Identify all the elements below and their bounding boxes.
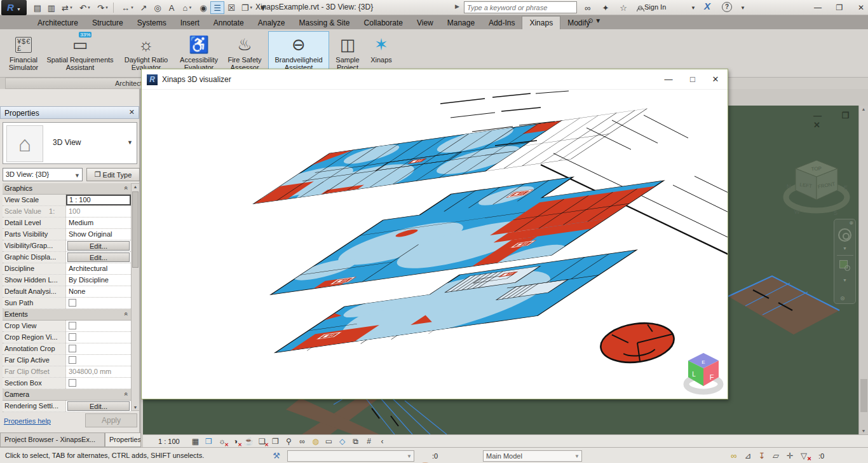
help-dropdown-icon[interactable]: ▼ — [735, 1, 751, 14]
qat-icon[interactable]: ↔▼ — [119, 1, 137, 14]
property-row[interactable]: Scale Value 1: 100 100 « — [3, 206, 131, 218]
property-row[interactable]: View Scale 1 : 100 1 : 100 « — [3, 195, 131, 206]
communication-center-icon[interactable]: ✦ — [597, 1, 614, 14]
property-value[interactable]: By Discipline — [66, 275, 131, 286]
property-row[interactable]: Extents « — [3, 309, 131, 321]
property-row[interactable]: Default Analysi... None None « — [3, 286, 131, 298]
drag-elements-on-selection-icon[interactable]: ✛ — [783, 450, 797, 461]
qat-icon[interactable]: ◎▼ — [151, 1, 165, 14]
ribbon-tab[interactable]: Xinaps — [522, 16, 560, 29]
checkbox[interactable] — [69, 333, 76, 341]
reveal-hidden-elements-icon[interactable]: ◍ — [309, 436, 322, 447]
ribbon-tab[interactable]: Manage — [440, 17, 482, 29]
property-row[interactable]: Section Box « — [3, 378, 131, 389]
chevron-down-icon[interactable]: ▼ — [843, 246, 847, 251]
lock-3d-view-icon[interactable]: ⚲ — [282, 436, 295, 447]
qat-icon[interactable]: ↷▼ — [94, 1, 112, 14]
temporary-hide-isolate-icon[interactable]: ∞ — [295, 436, 309, 447]
compass-e[interactable]: E — [844, 184, 848, 191]
navigation-bar[interactable]: ⊗ ▼ ▼ ⊜ — [834, 219, 856, 304]
tab-project-browser[interactable]: Project Browser - XinapsEx... — [0, 432, 105, 447]
minimize-button[interactable]: — — [808, 0, 827, 15]
detail-level-icon[interactable]: ▦ — [189, 436, 202, 447]
properties-header[interactable]: Properties✕ — [0, 106, 139, 119]
round-pavilion-plan[interactable] — [598, 319, 676, 367]
qat-icon[interactable]: ◉▼ — [196, 1, 210, 14]
sign-in-button[interactable]: Sign In — [644, 3, 666, 11]
scrollbar-thumb[interactable] — [132, 191, 139, 268]
fire-safety-3d-view[interactable]: E L F — [142, 90, 728, 399]
property-value[interactable]: 304800,0 mm — [66, 366, 131, 377]
close-icon[interactable]: ⊗ — [849, 220, 853, 226]
chevron-down-icon[interactable]: ▼ — [127, 139, 133, 146]
properties-scrollbar[interactable]: ▲ ▼ — [131, 183, 140, 411]
view-combo[interactable]: 3D View: {3D}▼ — [3, 168, 83, 181]
ribbon-tab[interactable]: Annotate — [207, 17, 251, 29]
restore-button[interactable]: ❐ — [830, 0, 849, 15]
ribbon-tab[interactable]: View — [410, 17, 440, 29]
property-row[interactable]: Detail Level Medium Medium « — [3, 218, 131, 229]
dialog-title-bar[interactable]: R Xinaps 3D visualizer — □ ✕ — [142, 69, 728, 90]
view-vertical-scrollbar[interactable]: ▲ ▼ — [858, 106, 868, 434]
design-options-dropdown[interactable]: Main Model▼ — [483, 450, 582, 462]
property-value[interactable]: Show Original — [66, 229, 131, 240]
property-row[interactable]: Crop Region Vi... « — [3, 332, 131, 343]
collapse-section-icon[interactable]: « — [123, 312, 130, 316]
chevron-down-icon[interactable]: ▼ — [843, 278, 847, 282]
scroll-down-icon[interactable]: ▼ — [132, 405, 139, 410]
ribbon-tab[interactable]: Collaborate — [357, 17, 410, 29]
property-row[interactable]: Visibility/Grap... Edit... Edit... « — [3, 240, 131, 252]
compass-n[interactable]: N — [787, 183, 791, 190]
qat-icon[interactable]: ↗▼ — [137, 1, 151, 14]
infocenter-expand-icon[interactable]: ▶ — [455, 3, 459, 10]
checkbox[interactable] — [69, 299, 76, 307]
properties-help-link[interactable]: Properties help — [4, 417, 51, 425]
select-underlay-elements-icon[interactable]: ⊿ — [741, 450, 755, 461]
ribbon-tab[interactable]: Add-Ins — [482, 17, 522, 29]
edit-button[interactable]: Edit... — [67, 241, 130, 251]
visual-style-icon[interactable]: ❒ — [202, 436, 215, 447]
collapse-viewbar-icon[interactable]: ‹ — [376, 436, 389, 447]
property-row[interactable]: Crop View « — [3, 321, 131, 332]
ribbon-tab[interactable]: Massing & Site — [292, 17, 357, 29]
search-input[interactable] — [464, 1, 577, 13]
navbar-options-icon[interactable]: ⊜ — [840, 295, 845, 301]
scrollbar-thumb[interactable] — [860, 379, 867, 412]
temporary-view-properties-icon[interactable]: ▭ — [322, 436, 336, 447]
select-pinned-elements-icon[interactable]: ↧ — [755, 450, 769, 461]
apply-button[interactable]: Apply — [85, 413, 137, 427]
dialog-maximize-button[interactable]: □ — [682, 69, 703, 89]
help-icon[interactable]: ? — [722, 2, 732, 12]
ribbon-tab[interactable]: Structure — [85, 17, 130, 29]
roof-fragment-right[interactable] — [728, 276, 839, 335]
close-button[interactable]: ✕ — [851, 0, 868, 15]
property-value[interactable]: 1 : 100 — [66, 195, 131, 205]
property-value[interactable]: Architectural — [66, 263, 131, 274]
qat-icon[interactable]: A▼ — [165, 1, 179, 14]
ribbon-button[interactable]: ¥$€£ Financial Simulator — [4, 31, 43, 76]
shadows-icon[interactable]: ◑ — [229, 436, 242, 447]
property-row[interactable]: Camera « — [3, 389, 131, 401]
ribbon-tab[interactable]: Analyze — [251, 17, 292, 29]
dialog-close-button[interactable]: ✕ — [705, 69, 726, 89]
dialog-minimize-button[interactable]: — — [658, 69, 679, 89]
tab-properties[interactable]: Properties — [105, 432, 141, 447]
crop-region-icon[interactable]: ❐ — [269, 436, 282, 447]
qat-icon[interactable]: ☰▼ — [210, 1, 224, 14]
property-row[interactable]: Parts Visibility Show Original Show Orig… — [3, 229, 131, 240]
ribbon-tab[interactable]: Systems — [130, 17, 173, 29]
view-cube[interactable]: TOP LEFT FRONT N W S E — [782, 155, 851, 226]
select-elements-by-face-icon[interactable]: ▱ — [769, 450, 783, 461]
collapse-section-icon[interactable]: « — [123, 392, 130, 396]
qat-icon[interactable]: ▼ — [113, 3, 118, 13]
property-value[interactable]: 100 — [66, 206, 131, 217]
view-scale-button[interactable]: 1 : 100 — [158, 438, 189, 445]
ribbon-tab[interactable]: Insert — [173, 17, 207, 29]
scroll-down-icon[interactable]: ▼ — [860, 429, 867, 433]
property-row[interactable]: Graphic Displa... Edit... Edit... « — [3, 252, 131, 263]
property-row[interactable]: Rendering Setti... Edit... Edit... « — [3, 401, 131, 412]
type-selector[interactable]: ⌂ 3D View ▼ — [3, 122, 137, 164]
qat-icon[interactable]: ⌂▼ — [179, 1, 196, 14]
compass-s[interactable]: S — [834, 210, 837, 216]
reveal-constraints-icon[interactable]: # — [362, 436, 376, 447]
